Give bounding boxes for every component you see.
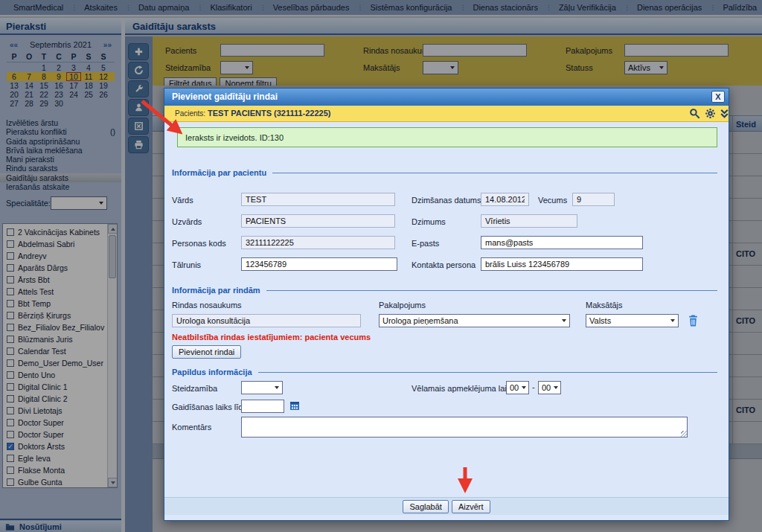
time-dash: - <box>532 382 535 391</box>
section-line <box>258 372 717 373</box>
success-message: Ieraksts ir izveidots. ID:130 <box>177 127 717 147</box>
contact-person-field[interactable] <box>481 257 643 271</box>
dialog-titlebar[interactable]: Pievienot gaidītāju rindai X <box>164 89 729 106</box>
personas-kods-label: Personas kods <box>172 239 226 248</box>
add-to-waiting-queue-dialog: Pievienot gaidītāju rindai X Pacients: T… <box>164 88 729 521</box>
personal-code-field[interactable] <box>241 236 395 249</box>
waiting-until-label: Gaidīšanas laiks līdz <box>172 403 247 411</box>
close-button[interactable]: Aizvērt <box>452 500 490 513</box>
waiting-until-field[interactable] <box>241 400 284 413</box>
dzimums-label: Dzimums <box>412 217 446 226</box>
save-button[interactable]: Saglabāt <box>403 500 448 513</box>
uzvards-label: Uzvārds <box>172 217 202 226</box>
section-patient-info: Informācija par pacientu <box>172 168 717 177</box>
chevron-down-icon <box>522 386 526 389</box>
urgency-select[interactable] <box>241 381 283 394</box>
calendar-icon[interactable] <box>289 400 300 411</box>
trash-icon[interactable] <box>688 315 699 327</box>
chevron-down-icon <box>670 319 675 322</box>
section-queue-info: Informācija par rindām <box>172 286 717 295</box>
resize-handle[interactable] <box>681 431 687 437</box>
section-line <box>266 290 717 291</box>
dialog-footer: Saglabāt Aizvērt <box>164 497 729 515</box>
section-title: Informācija par rindām <box>172 286 260 295</box>
chevron-down-icon <box>562 319 566 322</box>
success-message-text: Ieraksts ir izveidots. ID:130 <box>185 133 284 142</box>
kontakta-label: Kontakta persona <box>412 260 476 269</box>
dialog-title: Pievienot gaidītāju rindai <box>172 92 278 102</box>
app-window: SmartMedical ⋮ Atskaites ⋮ Datu apmaiņa … <box>0 0 762 532</box>
comment-label: Komentārs <box>172 423 211 432</box>
birth-date-field[interactable] <box>481 193 529 206</box>
section-extra-info: Papildus informācija <box>172 368 717 376</box>
epasts-label: E-pasts <box>412 239 439 248</box>
service-value: Urologa pieņemšana <box>382 316 458 325</box>
chevron-down-icon <box>275 386 279 389</box>
age-field[interactable] <box>572 193 615 206</box>
patient-bar-label: Pacients: <box>175 109 205 118</box>
vards-label: Vārds <box>172 196 193 205</box>
queue-maksatajs-label: Maksātājs <box>586 301 623 310</box>
vecums-label: Vecums <box>538 196 567 205</box>
time-from-value: 00 <box>510 383 519 392</box>
dzimsanas-label: Dzimšanas datums <box>412 196 481 205</box>
section-title: Papildus informācija <box>172 368 252 376</box>
chevron-down-icon <box>554 386 558 389</box>
queue-warning-text: Neatbilstība rindas iestatījumiem: pacie… <box>172 333 371 342</box>
payer-select[interactable]: Valsts <box>586 314 679 327</box>
extra-steidzamiba-label: Steidzamība <box>172 384 217 393</box>
service-select[interactable]: Urologa pieņemšana <box>379 314 570 327</box>
search-icon[interactable] <box>689 108 700 119</box>
time-from-select[interactable]: 00 <box>506 381 529 394</box>
time-to-value: 00 <box>542 383 551 392</box>
comment-textarea[interactable] <box>241 417 688 438</box>
preferred-time-label: Vēlamais apmeklējuma laiks <box>412 384 515 393</box>
queue-pakalpojums-label: Pakalpojums <box>379 301 426 310</box>
talrunis-label: Tālrunis <box>172 260 201 269</box>
modal-body: Ieraksts ir izveidots. ID:130 Informācij… <box>164 122 729 522</box>
section-line <box>272 173 717 173</box>
phone-field[interactable] <box>241 257 397 271</box>
queue-rindas-label: Rindas nosaukums <box>172 301 242 310</box>
first-name-field[interactable] <box>241 193 395 206</box>
dialog-close-button[interactable]: X <box>711 91 725 103</box>
patient-bar-value: TEST PACIENTS (321111-22225) <box>208 109 331 118</box>
gender-field[interactable] <box>481 214 577 228</box>
queue-name-field[interactable] <box>172 314 361 327</box>
email-field[interactable] <box>481 236 643 249</box>
time-to-select[interactable]: 00 <box>538 381 561 394</box>
gear-icon[interactable] <box>705 108 716 119</box>
double-chevron-down-icon[interactable] <box>719 108 730 119</box>
payer-value: Valsts <box>589 316 611 325</box>
section-title: Informācija par pacientu <box>172 168 266 177</box>
patient-bar: Pacients: TEST PACIENTS (321111-22225) <box>164 106 729 122</box>
last-name-field[interactable] <box>241 214 395 228</box>
add-to-queue-button[interactable]: Pievienot rindai <box>172 345 241 359</box>
